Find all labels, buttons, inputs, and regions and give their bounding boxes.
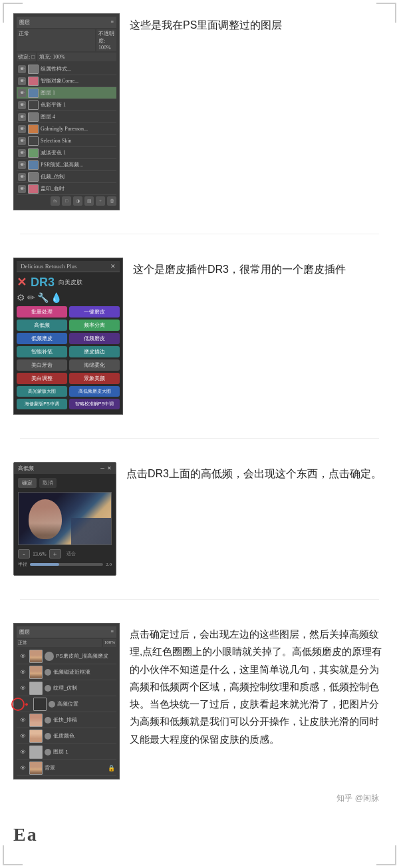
layer-eye-1[interactable]: 👁 — [18, 65, 26, 73]
dr3-edge-btn[interactable]: 磨皮描边 — [69, 346, 120, 357]
dr3-freq-btn[interactable]: 频率分离 — [69, 320, 120, 331]
ps-tool-delete[interactable]: 🗑 — [107, 196, 116, 206]
ps-tool-group[interactable]: ▤ — [84, 196, 94, 206]
layer-row-6[interactable]: 👁 Galmingly Puresson... — [17, 123, 116, 135]
watermark-text: 知乎 @闲脉 — [336, 793, 379, 804]
layer-row-10[interactable]: 👁 低频_仿制 — [17, 171, 116, 183]
layer-thumb-8 — [28, 148, 39, 158]
separator-1 — [20, 234, 379, 234]
layer-eye-3[interactable]: 👁 — [18, 89, 26, 97]
ps-tool-new[interactable]: + — [96, 196, 105, 206]
layer-eye-10[interactable]: 👁 — [18, 173, 26, 181]
red-circle-indicator — [11, 698, 25, 711]
ps-layers2-panel: 图层 ≡ 正常 100% 👁 PS磨皮前_混高频磨皮 👁 — [13, 623, 120, 779]
dr3-sponge-btn[interactable]: 海绵柔化 — [69, 359, 120, 371]
dr3-smart-btn[interactable]: 智能补笔 — [17, 346, 67, 357]
ps-tool-fx[interactable]: fx — [51, 196, 60, 206]
ps-layers-toolbar: fx □ ◑ ▤ + 🗑 — [17, 195, 116, 207]
layer-eye-2[interactable]: 👁 — [18, 77, 26, 85]
dr3-tool-4[interactable]: 💧 — [51, 292, 62, 304]
dr3-tool-3[interactable]: 🔧 — [37, 292, 49, 304]
layer2-thumb-6 — [29, 730, 43, 743]
layer-thumb-2 — [28, 77, 39, 86]
layer2-eye-1[interactable]: 👁 — [18, 652, 27, 660]
separator-2 — [20, 438, 379, 439]
layer2-eye-3[interactable]: 👁 — [18, 684, 27, 692]
corner-br-decoration — [376, 845, 396, 865]
dr3-whiten-btn[interactable]: 美白牙齿 — [17, 359, 67, 371]
layer-row-1[interactable]: 👁 组属性样式... — [17, 63, 116, 75]
hlf-controls: - 13.6% + 适合 — [18, 549, 112, 558]
dr3-batch-btn[interactable]: 批量处理 — [17, 306, 67, 318]
layer-row-5[interactable]: 👁 图层 4 — [17, 111, 116, 123]
layer-row-2[interactable]: 👁 智能对象Come... — [17, 75, 116, 87]
layer2-row-7[interactable]: 👁 图层 1 — [17, 744, 116, 760]
hlf-minimize-icon[interactable]: ─ — [100, 465, 104, 471]
hlf-close-icon[interactable]: ✕ — [107, 465, 112, 471]
layer2-name-8: 背景 — [45, 764, 106, 771]
layer2-name-3: 纹理_仿制 — [53, 684, 115, 692]
layer-row-8[interactable]: 👁 减淡变色 1 — [17, 147, 116, 159]
dr3-sea-btn[interactable]: 海修蒙版PS中调 — [17, 399, 67, 409]
layer2-eye-5[interactable]: 👁 — [18, 716, 27, 724]
layer-eye-9[interactable]: 👁 — [18, 161, 26, 169]
dr3-tool-2[interactable]: ✏ — [27, 292, 35, 304]
layer-eye-7[interactable]: 👁 — [18, 137, 26, 145]
dr3-onekey-btn[interactable]: 一键磨皮 — [69, 306, 120, 318]
layer2-row-3[interactable]: 👁 纹理_仿制 — [17, 680, 116, 696]
layer2-eye-8[interactable]: 👁 — [18, 764, 27, 772]
dr3-header: Delicious Retouch Plus ✕ — [17, 261, 120, 272]
layer-row-4[interactable]: 👁 色彩平衡 1 — [17, 99, 116, 111]
section3-image: 高低频 ─ ✕ 确定 取消 — [13, 462, 116, 576]
layer2-row-2[interactable]: 👁 低频磁迹近框液 — [17, 664, 116, 680]
dr3-lowfreq2-btn[interactable]: 低频磨皮 — [69, 333, 120, 344]
hlf-confirm-top-btn[interactable]: 确定 — [18, 478, 37, 488]
layer-row-3[interactable]: 👁 图层 1 — [17, 87, 116, 99]
layer-row-11[interactable]: 👁 盖印_临时 — [17, 183, 116, 195]
ps-tool-adj[interactable]: ◑ — [73, 196, 82, 206]
dr3-beauty-btn[interactable]: 景象美颜 — [69, 373, 120, 384]
layer2-lock-icon: 🔒 — [108, 765, 115, 771]
section2-image: Delicious Retouch Plus ✕ ✕ DR3 向美皮肤 ⚙ ✏ … — [13, 258, 123, 415]
layer2-row-5[interactable]: 👁 低快_排稿 — [17, 712, 116, 728]
section-2: Delicious Retouch Plus ✕ ✕ DR3 向美皮肤 ⚙ ✏ … — [7, 258, 392, 415]
layer-thumb-7 — [28, 136, 39, 146]
hlf-zoom-plus[interactable]: + — [49, 549, 61, 558]
layer-row-7[interactable]: 👁 Selection Skin — [17, 135, 116, 147]
layer-eye-11[interactable]: 👁 — [18, 185, 26, 193]
layer-name-5: 图层 4 — [41, 113, 115, 120]
layer2-chain-5 — [45, 717, 51, 724]
dr3-lowfreq-btn[interactable]: 低频磨皮 — [17, 333, 67, 344]
layer2-row-1[interactable]: 👁 PS磨皮前_混高频磨皮 — [17, 648, 116, 664]
layer2-eye-6[interactable]: 👁 — [18, 732, 27, 740]
layer-eye-6[interactable]: 👁 — [18, 125, 26, 133]
layer-thumb-5 — [28, 112, 39, 122]
dr3-hlf-btn[interactable]: 高低频 — [17, 320, 67, 331]
layer2-row-6[interactable]: 👁 低质颜色 — [17, 728, 116, 744]
dr3-tool-1[interactable]: ⚙ — [17, 292, 25, 304]
layer-row-9[interactable]: 👁 PSR预览_混高频... — [17, 159, 116, 171]
layer2-eye-2[interactable]: 👁 — [18, 668, 27, 676]
section1-image: 图层 ≡ 正常 不透明度: 100% 锁定: □ 填充: 100% 👁 组属性样… — [13, 13, 120, 210]
dr3-hlf-big-btn[interactable]: 高低频磨皮大图 — [69, 386, 120, 397]
ps-tool-mask[interactable]: □ — [62, 196, 71, 206]
dr3-smart2-btn[interactable]: 智略校准解PS中调 — [69, 399, 120, 409]
layer2-row-8[interactable]: 👁 背景 🔒 — [17, 760, 116, 776]
layer-thumb-11 — [28, 184, 39, 194]
dr3-highlight-btn[interactable]: 高光蒙版大图 — [17, 386, 67, 397]
layer2-chain-6 — [45, 733, 51, 740]
hlf-cancel-top-btn[interactable]: 取消 — [39, 478, 57, 488]
dr3-close-icon[interactable]: ✕ — [110, 263, 116, 270]
layer-eye-4[interactable]: 👁 — [18, 101, 26, 109]
layer2-name-2: 低频磁迹近框液 — [53, 668, 115, 676]
hlf-zoom-minus[interactable]: - — [18, 549, 30, 558]
hlf-slider-label: 半径 — [18, 561, 27, 568]
hlf-body: 确定 取消 - 13.6% + — [14, 474, 116, 575]
dr3-whiten2-btn[interactable]: 美白调整 — [17, 373, 67, 384]
hlf-slider-value: 2.0 — [106, 562, 112, 567]
layer-eye-5[interactable]: 👁 — [18, 113, 26, 121]
ps-layers2-menu-icon[interactable]: ≡ — [110, 628, 114, 636]
layer2-eye-7[interactable]: 👁 — [18, 748, 27, 756]
layer-eye-8[interactable]: 👁 — [18, 149, 26, 157]
layer2-row-4[interactable]: ● 高频位置 — [17, 696, 116, 712]
